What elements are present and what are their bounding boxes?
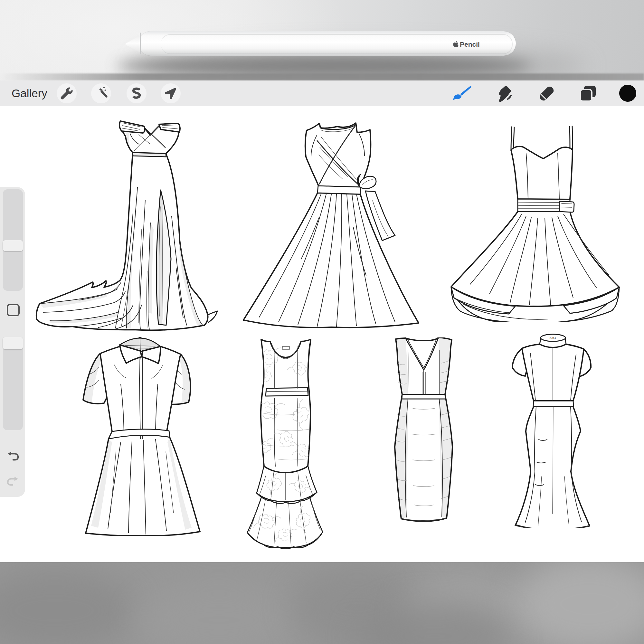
svg-text:KAST: KAST [550, 336, 556, 339]
